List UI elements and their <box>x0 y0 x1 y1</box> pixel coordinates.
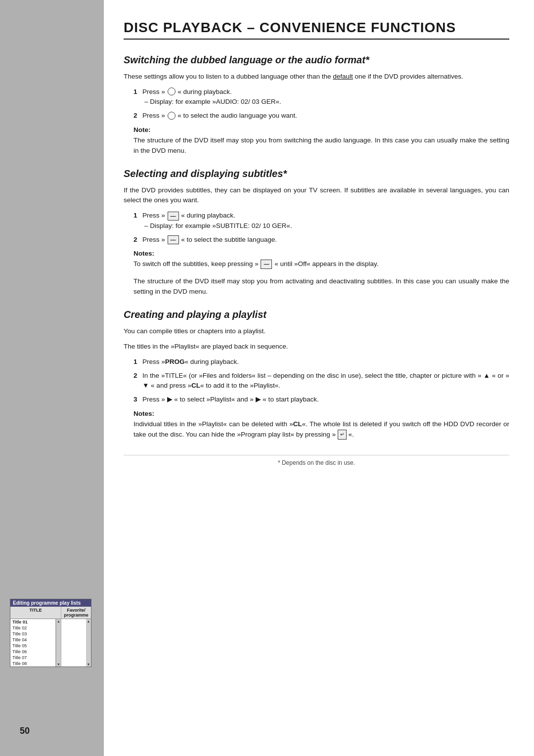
audio-button-icon <box>168 88 176 95</box>
fav-scrollbar[interactable]: ▲ ▼ <box>86 619 91 667</box>
section3-intro2: The titles in the »Playlist« are played … <box>124 342 509 352</box>
step1-content: Press » « during playback. – Display: fo… <box>142 87 509 107</box>
step2-content: In the »TITLE« (or »Files and folders« l… <box>142 371 509 391</box>
playlist-col-title: TITLE <box>10 607 61 619</box>
playlist-item[interactable]: Title 06 <box>10 649 55 655</box>
step1-content: Press » — « during playback. – Display: … <box>142 211 509 231</box>
section3-intro1: You can compile titles or chapters into … <box>124 326 509 337</box>
notes-text3: Individual titles in the »Playlist« can … <box>134 419 509 440</box>
step1-display: – Display: for example »AUDIO: 02/ 03 GE… <box>144 98 281 105</box>
section3-steps: 1 Press »PROG« during playback. 2 In the… <box>134 357 509 405</box>
section1-step1: 1 Press » « during playback. – Display: … <box>134 87 509 107</box>
fav-scroll-down[interactable]: ▼ <box>87 663 90 666</box>
section1-intro: These settings allow you to listen to a … <box>124 72 509 82</box>
note-text: The structure of the DVD itself may stop… <box>134 135 509 156</box>
underline-default: default <box>333 73 353 80</box>
notes-label3: Notes: <box>134 410 509 417</box>
prog-label: PROG <box>165 358 185 365</box>
playlist-scrollbar[interactable]: ▲ ▼ <box>56 619 61 667</box>
notes-text2: The structure of the DVD itself may stop… <box>134 276 509 297</box>
playlist-item[interactable]: Title 07 <box>10 655 55 661</box>
playlist-item[interactable]: Title 05 <box>10 643 55 649</box>
scroll-up-arrow[interactable]: ▲ <box>57 620 60 623</box>
enter-icon: ↵ <box>338 430 347 440</box>
playlist-items-list: Title 01Title 02Title 03Title 04Title 05… <box>10 619 56 667</box>
section3-heading: Creating and playing a playlist <box>124 309 509 320</box>
playlist-title-bar: Editing programme play lists <box>10 599 91 607</box>
sidebar: 50 Editing programme play lists TITLE Fa… <box>0 0 104 756</box>
step1-content: Press »PROG« during playback. <box>142 357 509 367</box>
cl-label2: CL <box>293 420 302 428</box>
section1-heading: Switching the dubbed language or the aud… <box>124 54 509 66</box>
fav-column <box>61 619 86 667</box>
fav-scroll-up[interactable]: ▲ <box>87 620 90 623</box>
step-num: 1 <box>134 357 142 367</box>
subtitle-button-icon3: — <box>261 260 272 268</box>
playlist-col-fav: Favorite/ programme <box>61 607 91 619</box>
step2-content: Press » « to select the audio language y… <box>142 111 509 121</box>
step-num: 1 <box>134 87 142 107</box>
audio-button-icon2 <box>168 112 176 120</box>
section3-step1: 1 Press »PROG« during playback. <box>134 357 509 367</box>
section2-heading: Selecting and displaying subtitles* <box>124 168 509 179</box>
scroll-down-arrow[interactable]: ▼ <box>57 663 60 666</box>
playlist-item[interactable]: Title 02 <box>10 625 55 631</box>
section2-step2: 2 Press » — « to select the subtitle lan… <box>134 235 509 245</box>
section2-step1: 1 Press » — « during playback. – Display… <box>134 211 509 231</box>
step-num: 2 <box>134 371 142 391</box>
subtitle-button-icon: — <box>168 212 179 221</box>
footer-note: * Depends on the disc in use. <box>124 455 509 466</box>
page-heading: DISC PLAYBACK – CONVENIENCE FUNCTIONS <box>124 20 509 40</box>
playlist-body: Title 01Title 02Title 03Title 04Title 05… <box>10 619 91 667</box>
section-subtitles: Selecting and displaying subtitles* If t… <box>124 168 509 297</box>
note-label: Note: <box>134 126 509 133</box>
playlist-item[interactable]: Title 08 <box>10 661 55 667</box>
step3-content: Press » ▶ « to select »Playlist« and » ▶… <box>142 395 509 404</box>
step-num: 2 <box>134 235 142 245</box>
notes-text1: To switch off the subtitles, keep pressi… <box>134 259 509 269</box>
playlist-header: TITLE Favorite/ programme <box>10 607 91 619</box>
main-content: DISC PLAYBACK – CONVENIENCE FUNCTIONS Sw… <box>104 0 534 756</box>
section1-steps: 1 Press » « during playback. – Display: … <box>134 87 509 121</box>
page-number: 50 <box>20 726 30 736</box>
step1-display2: – Display: for example »SUBTITLE: 02/ 10… <box>144 222 292 229</box>
notes-label: Notes: <box>134 250 509 257</box>
playlist-item[interactable]: Title 01 <box>10 619 55 625</box>
playlist-item[interactable]: Title 03 <box>10 631 55 637</box>
section2-intro: If the DVD provides subtitles, they can … <box>124 185 509 206</box>
step-num: 2 <box>134 111 142 121</box>
step-num: 1 <box>134 211 142 231</box>
step2-content: Press » — « to select the subtitle langu… <box>142 235 509 245</box>
cl-label: CL <box>191 382 200 389</box>
step-num: 3 <box>134 395 142 404</box>
playlist-item[interactable]: Title 04 <box>10 637 55 643</box>
playlist-ui: Editing programme play lists TITLE Favor… <box>10 599 91 667</box>
section1-step2: 2 Press » « to select the audio language… <box>134 111 509 121</box>
subtitle-button-icon2: — <box>168 235 179 244</box>
section-playlist: Creating and playing a playlist You can … <box>124 309 509 440</box>
section3-step2: 2 In the »TITLE« (or »Files and folders«… <box>134 371 509 391</box>
section3-step3: 3 Press » ▶ « to select »Playlist« and »… <box>134 395 509 404</box>
section-dubbed-language: Switching the dubbed language or the aud… <box>124 54 509 156</box>
section2-steps: 1 Press » — « during playback. – Display… <box>134 211 509 245</box>
